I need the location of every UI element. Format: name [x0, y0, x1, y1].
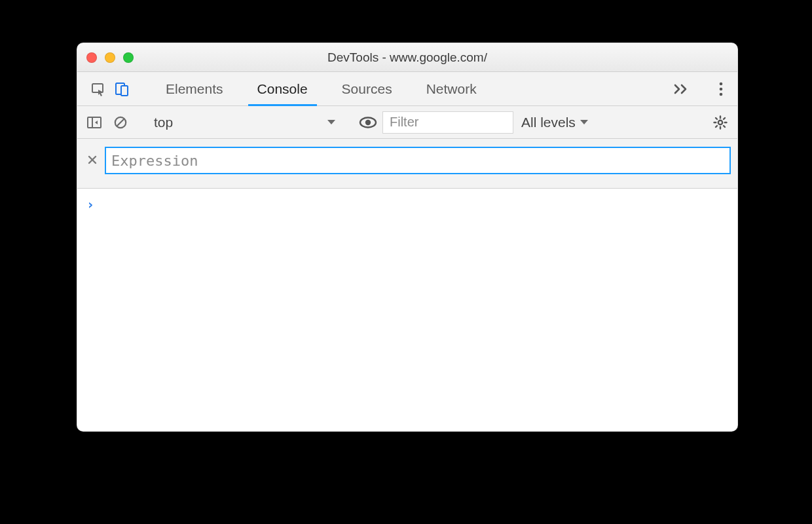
remove-live-expression-icon[interactable] [85, 151, 100, 169]
traffic-lights [77, 52, 134, 63]
svg-line-18 [724, 126, 725, 127]
svg-rect-0 [92, 84, 103, 92]
console-prompt-icon: › [86, 196, 94, 212]
svg-line-17 [716, 118, 717, 119]
context-label: top [154, 115, 173, 130]
live-expression-row [77, 139, 737, 189]
devtools-window: DevTools - www.google.com/ [77, 43, 738, 432]
execution-context-selector[interactable]: top [146, 111, 342, 134]
svg-point-3 [720, 82, 723, 85]
close-window-button[interactable] [86, 52, 97, 63]
tab-sources[interactable]: Sources [325, 72, 409, 105]
svg-point-5 [720, 92, 723, 96]
tab-label: Network [426, 81, 477, 97]
log-levels-selector[interactable]: All levels [516, 115, 594, 130]
console-settings-icon[interactable] [709, 111, 732, 134]
titlebar: DevTools - www.google.com/ [77, 43, 737, 72]
panel-tabs: Elements Console Sources Network [149, 72, 494, 105]
zoom-window-button[interactable] [123, 52, 134, 63]
dropdown-caret-icon [327, 119, 336, 126]
svg-line-9 [117, 119, 124, 126]
main-tabstrip: Elements Console Sources Network [77, 72, 737, 106]
svg-line-19 [716, 126, 717, 127]
svg-rect-6 [88, 117, 101, 128]
inspect-element-icon[interactable] [86, 77, 110, 101]
window-title: DevTools - www.google.com/ [77, 50, 737, 65]
svg-line-20 [724, 118, 725, 119]
minimize-window-button[interactable] [105, 52, 115, 63]
tab-label: Elements [166, 81, 223, 97]
svg-rect-2 [121, 86, 128, 96]
right-tools [674, 72, 737, 105]
left-tools [77, 72, 149, 105]
create-live-expression-icon[interactable] [356, 111, 380, 134]
customize-devtools-icon[interactable] [709, 77, 733, 101]
clear-console-icon[interactable] [109, 111, 132, 134]
tab-network[interactable]: Network [409, 72, 494, 105]
tab-elements[interactable]: Elements [149, 72, 240, 105]
levels-label: All levels [521, 115, 576, 130]
dropdown-caret-icon [580, 119, 589, 126]
tab-label: Sources [342, 81, 392, 97]
svg-point-4 [720, 87, 723, 90]
svg-point-11 [365, 119, 371, 124]
live-expression-input[interactable] [105, 147, 731, 174]
tab-label: Console [257, 81, 308, 97]
tab-console[interactable]: Console [240, 72, 325, 105]
console-filter-input[interactable] [382, 111, 513, 134]
console-output-area[interactable]: › [77, 189, 737, 431]
toggle-console-sidebar-icon[interactable] [83, 111, 106, 134]
toggle-device-toolbar-icon[interactable] [110, 77, 134, 101]
more-tabs-icon[interactable] [674, 83, 700, 95]
console-toolbar: top All levels [77, 106, 737, 139]
svg-point-12 [718, 120, 722, 124]
